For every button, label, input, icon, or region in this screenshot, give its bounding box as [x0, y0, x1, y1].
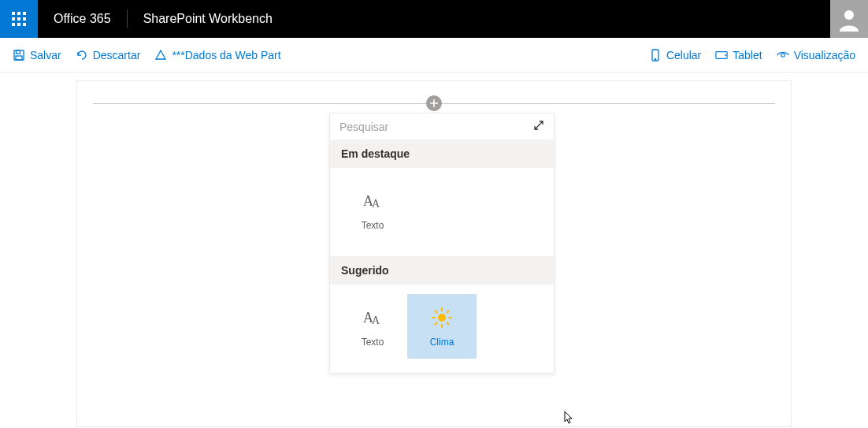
svg-point-0: [844, 10, 854, 20]
suite-app-name: SharePoint Workbench: [128, 12, 288, 26]
save-button[interactable]: Salvar: [13, 49, 61, 61]
webpart-data-button[interactable]: ***Dados da Web Part: [154, 49, 280, 61]
group-header-suggested: Sugerido: [330, 256, 554, 285]
preview-button[interactable]: Visualização: [777, 49, 855, 61]
svg-point-8: [781, 53, 784, 56]
discard-label: Descartar: [93, 49, 141, 61]
toolbox-search-row: [330, 114, 554, 140]
suite-brand[interactable]: Office 365: [38, 12, 127, 26]
canvas: Em destaque A A Texto Sugerido: [76, 80, 792, 427]
plus-icon: [429, 99, 439, 108]
search-input[interactable]: [339, 121, 533, 133]
mobile-label: Celular: [666, 49, 701, 61]
webpart-item-text[interactable]: A A Texto: [338, 177, 407, 242]
group-items-suggested: A A Texto: [330, 285, 554, 373]
mobile-button[interactable]: Celular: [649, 49, 701, 61]
webpart-label: Texto: [362, 337, 384, 348]
canvas-wrap: Em destaque A A Texto Sugerido: [0, 73, 868, 427]
mobile-icon: [649, 49, 662, 61]
suite-bar: Office 365 SharePoint Workbench: [0, 0, 868, 38]
webpart-label: Texto: [362, 220, 384, 231]
waffle-icon: [12, 12, 26, 26]
command-bar: Salvar Descartar ***Dados da Web Part Ce…: [0, 38, 868, 73]
tablet-icon: [715, 49, 728, 61]
tablet-label: Tablet: [733, 49, 762, 61]
webpart-data-label: ***Dados da Web Part: [172, 49, 280, 61]
person-icon: [836, 6, 862, 32]
mouse-cursor-icon: [562, 411, 574, 428]
webpart-item-weather[interactable]: Clima: [407, 294, 477, 359]
discard-button[interactable]: Descartar: [76, 49, 141, 61]
svg-rect-2: [17, 50, 20, 54]
webpart-label: Clima: [430, 337, 454, 348]
svg-text:A: A: [372, 198, 380, 210]
app-launcher-button[interactable]: [0, 0, 38, 38]
svg-point-13: [438, 314, 446, 322]
sun-icon: [429, 305, 454, 330]
text-icon: A A: [360, 305, 385, 330]
tablet-button[interactable]: Tablet: [715, 49, 762, 61]
group-header-featured: Em destaque: [330, 140, 554, 168]
expand-icon[interactable]: [533, 120, 544, 133]
svg-point-7: [725, 54, 726, 55]
undo-icon: [76, 49, 88, 61]
svg-point-5: [655, 58, 655, 59]
text-icon: A A: [360, 188, 385, 214]
save-label: Salvar: [30, 49, 61, 61]
eye-icon: [777, 49, 789, 61]
svg-rect-3: [16, 56, 22, 60]
group-items-featured: A A Texto: [330, 168, 554, 256]
user-avatar[interactable]: [830, 0, 868, 38]
triangle-icon: [154, 49, 167, 61]
svg-text:A: A: [372, 314, 380, 326]
add-webpart-button[interactable]: [426, 95, 442, 111]
webpart-item-text[interactable]: A A Texto: [338, 294, 407, 359]
save-icon: [13, 49, 25, 61]
preview-label: Visualização: [794, 49, 855, 61]
webpart-toolbox: Em destaque A A Texto Sugerido: [329, 113, 555, 374]
